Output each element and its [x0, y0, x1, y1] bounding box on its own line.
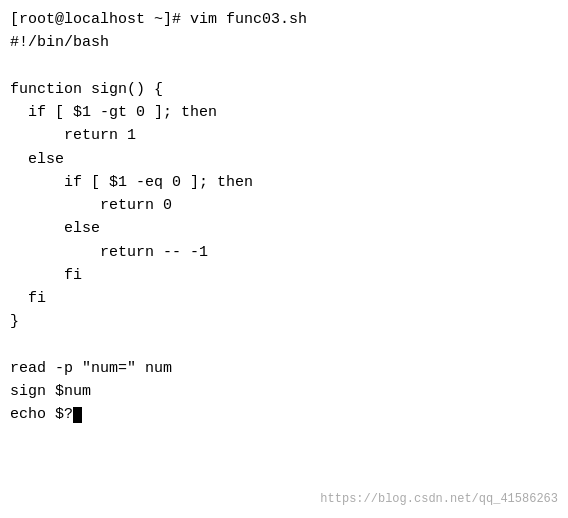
terminal-line: } [10, 310, 558, 333]
terminal-line: fi [10, 287, 558, 310]
terminal-line: return 1 [10, 124, 558, 147]
terminal-window: [root@localhost ~]# vim func03.sh#!/bin/… [0, 0, 568, 518]
cursor [73, 407, 82, 423]
watermark: https://blog.csdn.net/qq_41586263 [320, 492, 558, 506]
terminal-line: echo $? [10, 403, 558, 426]
terminal-line: else [10, 148, 558, 171]
terminal-line [10, 334, 558, 357]
terminal-line: return -- -1 [10, 241, 558, 264]
terminal-line [10, 55, 558, 78]
terminal-line: if [ $1 -gt 0 ]; then [10, 101, 558, 124]
terminal-line: else [10, 217, 558, 240]
terminal-line: [root@localhost ~]# vim func03.sh [10, 8, 558, 31]
terminal-line: sign $num [10, 380, 558, 403]
terminal-line: return 0 [10, 194, 558, 217]
terminal-line: read -p "num=" num [10, 357, 558, 380]
terminal-line: if [ $1 -eq 0 ]; then [10, 171, 558, 194]
terminal-line: #!/bin/bash [10, 31, 558, 54]
terminal-line: function sign() { [10, 78, 558, 101]
terminal-line: fi [10, 264, 558, 287]
